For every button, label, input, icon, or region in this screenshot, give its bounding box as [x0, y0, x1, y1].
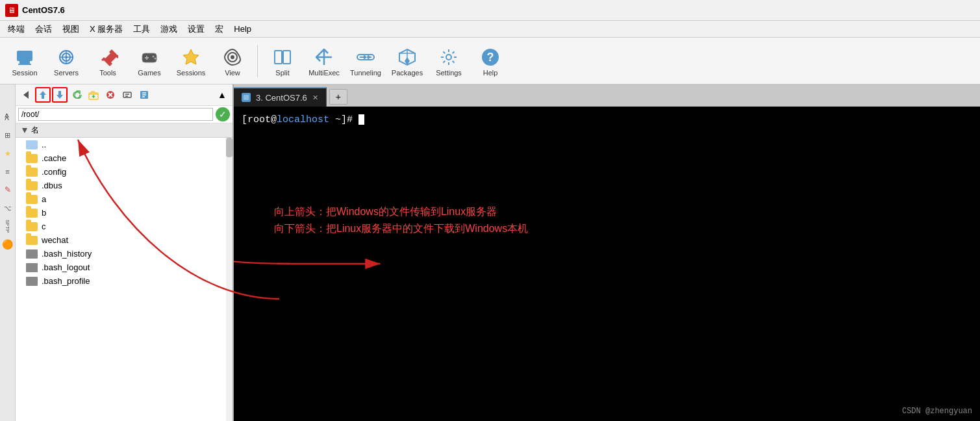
upload-button[interactable] — [35, 87, 51, 103]
menu-session[interactable]: 会话 — [30, 22, 57, 36]
new-folder-button[interactable] — [86, 87, 101, 103]
packages-button[interactable]: Packages — [388, 42, 427, 81]
toolbar: Session Servers Tools — [0, 38, 980, 84]
split-button[interactable]: Split — [263, 42, 302, 81]
tools-button[interactable]: Tools — [88, 42, 127, 81]
file-item-bash-logout[interactable]: .bash_logout — [16, 261, 232, 274]
svg-marker-29 — [40, 91, 46, 99]
terminal-content[interactable]: [root@localhost ~]# 向上箭头：把Windows的文件传输到L… — [234, 107, 980, 421]
properties-button[interactable] — [136, 87, 152, 103]
title-bar: 🖥 CentOS7.6 — [0, 0, 980, 21]
packages-label: Packages — [392, 69, 423, 77]
new-tab-button[interactable]: + — [329, 89, 347, 105]
menu-xserver[interactable]: X 服务器 — [84, 22, 128, 36]
scrollbar-thumb[interactable] — [226, 138, 232, 157]
svg-rect-17 — [283, 51, 290, 64]
side-icon-star[interactable]: ★ — [1, 147, 14, 160]
multiexec-icon — [312, 45, 336, 69]
file-name-a: a — [42, 194, 46, 204]
svg-rect-16 — [275, 51, 282, 64]
tunneling-label: Tunneling — [350, 69, 381, 77]
help-button[interactable]: ? Help — [471, 42, 510, 81]
side-icon-pencil[interactable]: ✎ — [1, 183, 14, 196]
svg-point-11 — [153, 55, 155, 57]
tools-label: Tools — [99, 69, 116, 77]
games-icon — [138, 45, 161, 69]
menu-macro[interactable]: 宏 — [210, 22, 229, 36]
side-icon-sftp[interactable]: SFTP — [1, 220, 14, 233]
sessions-label: Sessions — [177, 69, 206, 77]
file-icon-bash-history — [26, 249, 38, 259]
session-button[interactable]: Session — [5, 42, 44, 81]
title-bar-text: CentOS7.6 — [22, 5, 65, 15]
help-icon: ? — [479, 45, 502, 69]
svg-marker-30 — [57, 91, 63, 99]
svg-rect-45 — [244, 95, 249, 100]
file-toolbar: ▲ — [16, 84, 232, 106]
file-name-bash-profile: .bash_profile — [42, 276, 90, 286]
file-item-c[interactable]: c — [16, 220, 232, 233]
folder-icon-c — [26, 222, 38, 231]
multiexec-label: MultiExec — [308, 69, 340, 77]
scrollbar-track[interactable] — [226, 138, 232, 421]
svg-marker-44 — [22, 128, 27, 133]
menu-help[interactable]: Help — [229, 23, 257, 35]
side-icon-ball: 🟠 — [1, 238, 14, 251]
file-item-wechat[interactable]: wechat — [16, 233, 232, 247]
tab-close-button[interactable]: ✕ — [312, 94, 318, 102]
side-icons-strip: ≪ ⊞ ★ ≡ ✎ ⌥ SFTP 🟠 — [0, 84, 16, 421]
file-name-bash-logout: .bash_logout — [42, 262, 90, 272]
menu-view[interactable]: 视图 — [57, 22, 84, 36]
file-list-header: 名 — [16, 123, 232, 138]
folder-icon-b — [26, 209, 38, 218]
split-icon — [271, 45, 294, 69]
file-name-parent: .. — [42, 140, 46, 149]
annotation-line1: 向上箭头：把Windows的文件传输到Linux服务器 — [274, 203, 972, 220]
menu-games[interactable]: 游戏 — [155, 22, 182, 36]
file-item-bash-history[interactable]: .bash_history — [16, 247, 232, 261]
file-item-b[interactable]: b — [16, 206, 232, 220]
file-item-config[interactable]: .config — [16, 165, 232, 179]
tunneling-button[interactable]: Tunneling — [346, 42, 385, 81]
refresh-button[interactable] — [69, 87, 84, 103]
nav-back-button[interactable] — [18, 87, 34, 103]
tunneling-icon — [354, 45, 377, 69]
settings-button[interactable]: Settings — [429, 42, 468, 81]
svg-marker-13 — [183, 49, 199, 64]
side-icon-list[interactable]: ≡ — [1, 165, 14, 178]
folder-icon-a — [26, 195, 38, 204]
file-item-bash-profile[interactable]: .bash_profile — [16, 274, 232, 288]
menu-terminal[interactable]: 终端 — [3, 22, 30, 36]
view-button[interactable]: View — [213, 42, 252, 81]
sessions-button[interactable]: Sessions — [171, 42, 210, 81]
folder-icon-cache — [26, 154, 38, 163]
file-item-dbus[interactable]: .dbus — [16, 179, 232, 192]
file-name-bash-history: .bash_history — [42, 249, 92, 259]
file-item-cache[interactable]: .cache — [16, 151, 232, 165]
delete-button[interactable] — [103, 87, 118, 103]
side-icon-arrows[interactable]: ≪ — [1, 110, 14, 123]
cursor — [358, 114, 364, 125]
path-confirm-button[interactable]: ✓ — [216, 107, 230, 121]
menu-tools[interactable]: 工具 — [128, 22, 155, 36]
download-button[interactable] — [52, 87, 68, 103]
servers-button[interactable]: Servers — [47, 42, 86, 81]
view-icon — [221, 45, 244, 69]
multiexec-button[interactable]: MultiExec — [305, 42, 344, 81]
path-bar: ✓ — [16, 106, 232, 123]
file-item-parent[interactable]: .. — [16, 138, 232, 151]
path-input[interactable] — [18, 108, 213, 121]
svg-marker-19 — [364, 55, 367, 60]
terminal-tab[interactable]: 3. CentOS7.6 ✕ — [234, 87, 327, 107]
rename-button[interactable] — [119, 87, 135, 103]
tab-icon — [242, 93, 251, 102]
tab-label: 3. CentOS7.6 — [256, 93, 307, 103]
side-icon-1[interactable]: ⊞ — [1, 129, 14, 142]
menu-settings[interactable]: 设置 — [182, 22, 210, 36]
scroll-up-button[interactable]: ▲ — [214, 87, 230, 103]
help-label: Help — [483, 69, 498, 77]
side-icon-cmd[interactable]: ⌥ — [1, 201, 14, 214]
games-button[interactable]: Games — [130, 42, 169, 81]
file-item-a[interactable]: a — [16, 192, 232, 206]
svg-marker-28 — [23, 91, 29, 99]
